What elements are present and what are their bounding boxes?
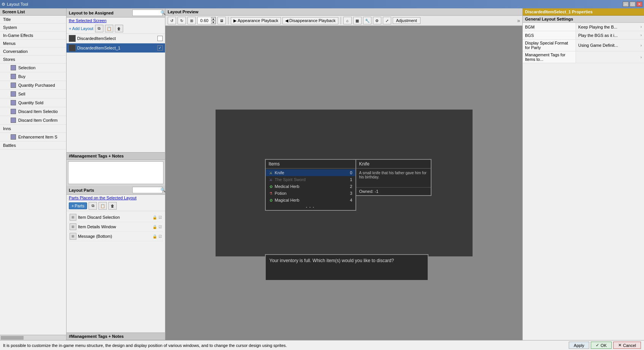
sidebar-item-menus[interactable]: Menus: [0, 40, 66, 48]
sidebar-item-buy[interactable]: Buy: [0, 72, 66, 81]
layout-item-discarded-1[interactable]: DiscardedItemSelect_1 ✓: [67, 43, 165, 53]
ok-check-icon: ✓: [596, 343, 599, 348]
layout-mgmt-tags-content[interactable]: [68, 161, 163, 184]
appearance-playback-button[interactable]: ▶ Appearance Playback: [231, 17, 281, 24]
item-row-medical-herb[interactable]: ✿ Medical Herb 2: [266, 183, 355, 190]
settings-button[interactable]: ⚙: [373, 17, 381, 24]
items-panel: Items ⚔ Knife 0 ⚔ The Spirit Sword 1: [265, 159, 356, 211]
layout-item-icon-1: [69, 45, 76, 51]
ok-button[interactable]: ✓ OK: [591, 342, 612, 349]
sidebar-item-quantity-purchased[interactable]: Quantity Purchased: [0, 81, 66, 90]
parts-subtitle: Parts Placed on the Selected Layout: [67, 195, 165, 201]
sidebar-item-selection[interactable]: Selection: [0, 64, 66, 72]
sidebar-item-conversation[interactable]: Conversation: [0, 48, 66, 56]
sidebar-item-quantity-sold[interactable]: Quantity Sold: [0, 99, 66, 107]
add-parts-button[interactable]: + Parts: [69, 202, 87, 209]
collapse-button[interactable]: »: [517, 18, 520, 24]
item-row-spirit-sword[interactable]: ⚔ The Spirit Sword 1: [266, 176, 355, 183]
lock-icon-3: 🔒: [152, 234, 157, 239]
prop-row-display-format: Display Special Format for Party Using G…: [523, 40, 644, 51]
detail-description: A small knife that his father gave him f…: [356, 169, 431, 188]
screen-list-items[interactable]: Title System In-Game Effects Menus Conve…: [0, 16, 66, 335]
expand-button[interactable]: ⤢: [383, 17, 391, 24]
parts-search-input[interactable]: [134, 188, 160, 192]
item-row-knife[interactable]: ⚔ Knife 0: [266, 169, 355, 176]
layout-assign-subtitle[interactable]: the Selected Screen: [67, 18, 165, 24]
scrollbar-thumb[interactable]: [1, 336, 24, 340]
layout-item-discarded[interactable]: DiscardedItemSelect: [67, 34, 165, 43]
knife-icon: ⚔: [269, 170, 273, 175]
delete-part-button[interactable]: 🗑: [108, 202, 117, 210]
layout-assign-panel: Layout to be Assigned 🔍 the Selected Scr…: [67, 8, 165, 340]
sidebar-item-inns[interactable]: Inns: [0, 125, 66, 133]
monitor-button[interactable]: 🖥: [217, 17, 226, 24]
maximize-button[interactable]: □: [630, 2, 636, 7]
title-bar-buttons: ─ □ ✕: [623, 2, 642, 7]
part-label-discard: Item Discard Selection: [78, 215, 120, 220]
content-area: Screen List Title System In-Game Effects…: [0, 8, 644, 340]
knife-qty: 0: [350, 170, 352, 175]
sidebar-item-battles[interactable]: Battles: [0, 142, 66, 150]
menus-label: Menus: [3, 41, 16, 46]
layout-preview-panel: Layout Preview ↺ ↻ ⊞ 0.60 ▲ ▼ 🖥 ▶ Appear…: [165, 8, 522, 340]
sidebar-item-title[interactable]: Title: [0, 16, 66, 24]
part-check-1: ☑: [159, 215, 162, 220]
zoom-down-arrow[interactable]: ▼: [211, 21, 216, 24]
status-text: It is possible to customize the in-game …: [3, 343, 287, 348]
adjustment-button[interactable]: Adjustment: [393, 17, 420, 24]
zoom-arrows: ▲ ▼: [211, 17, 216, 24]
parts-toolbar: + Parts ⧉ 📋 🗑: [67, 201, 165, 211]
sidebar-item-discard-item-selection[interactable]: Discard Item Selectio: [0, 107, 66, 116]
home-button[interactable]: ⌂: [343, 17, 352, 24]
copy-layout-button[interactable]: ⧉: [95, 25, 103, 32]
zoom-up-arrow[interactable]: ▲: [211, 17, 216, 21]
properties-header: DiscardedItemSelect_1 Properties: [523, 8, 644, 16]
display-format-value[interactable]: Using Game Definit... ›: [576, 40, 644, 51]
copy-part-button[interactable]: ⧉: [89, 202, 97, 210]
zoom-input[interactable]: 0.60: [198, 18, 211, 23]
disappearance-playback-button[interactable]: ◀ Disappearance Playback: [282, 17, 338, 24]
add-layout-label[interactable]: + Add Layout: [69, 26, 94, 31]
sidebar-item-enhancement[interactable]: Enhancement Item S: [0, 133, 66, 142]
sidebar-item-in-game-effects[interactable]: In-Game Effects: [0, 32, 66, 40]
layout-item-checkbox-1[interactable]: ✓: [157, 45, 163, 51]
spirit-sword-label: The Spirit Sword: [275, 177, 306, 182]
part-item-discard-selection[interactable]: ⊞ Item Discard Selection 🔒 ☑: [68, 213, 163, 222]
layout-assign-title: Layout to be Assigned: [69, 11, 114, 15]
close-button[interactable]: ✕: [636, 2, 642, 7]
part-item-message-bottom[interactable]: ⊞ Message (Bottom) 🔒 ☑: [68, 232, 163, 241]
paste-part-button[interactable]: 📋: [98, 202, 107, 210]
parts-search-box[interactable]: 🔍: [132, 187, 163, 193]
part-item-details-window[interactable]: ⊞ Item Details Window 🔒 ☑: [68, 222, 163, 232]
undo-button[interactable]: ↺: [168, 17, 176, 24]
spirit-sword-qty: 1: [350, 177, 352, 182]
minimize-button[interactable]: ─: [623, 2, 629, 7]
bgs-value[interactable]: Play the BGS as it i... ›: [576, 31, 644, 39]
mgmt-tags-value[interactable]: ›: [576, 51, 644, 63]
apply-button[interactable]: Apply: [569, 342, 589, 349]
delete-layout-button[interactable]: 🗑: [115, 25, 123, 32]
layout-search-input[interactable]: [134, 11, 160, 15]
bgm-expand-icon: ›: [641, 25, 642, 29]
sidebar-item-stores[interactable]: Stores: [0, 56, 66, 64]
paste-layout-button[interactable]: 📋: [105, 25, 113, 32]
parts-mgmt-tags-section: #Management Tags + Notes: [67, 332, 165, 340]
discard-conf-icon: [11, 118, 16, 123]
cancel-button[interactable]: ✕ Cancel: [613, 342, 641, 349]
bgm-value[interactable]: Keep Playing the B... ›: [576, 23, 644, 31]
sidebar-item-sell[interactable]: Sell: [0, 90, 66, 99]
sidebar-item-system[interactable]: System: [0, 24, 66, 32]
item-row-magical-herb[interactable]: ✿ Magical Herb 4: [266, 197, 355, 204]
part-check-3: ☑: [159, 234, 162, 239]
tool-button[interactable]: 🔧: [363, 17, 371, 24]
grid-button[interactable]: ▦: [353, 17, 362, 24]
layout-search-box[interactable]: 🔍: [132, 10, 163, 16]
zoom-control[interactable]: 0.60 ▲ ▼: [197, 17, 216, 24]
redo-button[interactable]: ↻: [178, 17, 186, 24]
fit-button[interactable]: ⊞: [187, 17, 196, 24]
layout-item-checkbox[interactable]: [157, 36, 163, 41]
part-label-message: Message (Bottom): [78, 234, 112, 239]
item-row-potion[interactable]: ⚗ Potion 3: [266, 190, 355, 197]
sidebar-item-discard-item-confirm[interactable]: Discard Item Confirm: [0, 116, 66, 125]
knife-label: Knife: [275, 170, 284, 175]
